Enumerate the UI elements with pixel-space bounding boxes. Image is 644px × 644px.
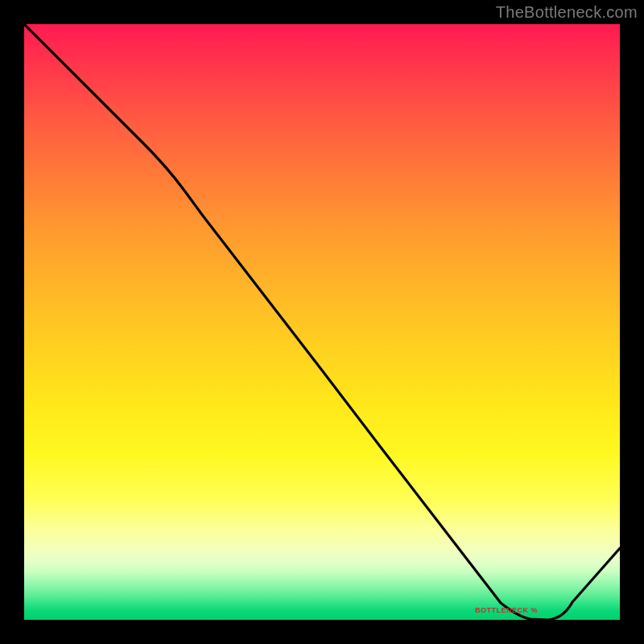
plot-area: BOTTLENECK % [24,24,620,620]
curve-path [24,24,620,620]
annotation-bottleneck: BOTTLENECK % [475,606,538,614]
chart-container: TheBottleneck.com BOTTLENECK % [0,0,644,644]
watermark-text: TheBottleneck.com [496,3,638,22]
line-series [24,24,620,620]
